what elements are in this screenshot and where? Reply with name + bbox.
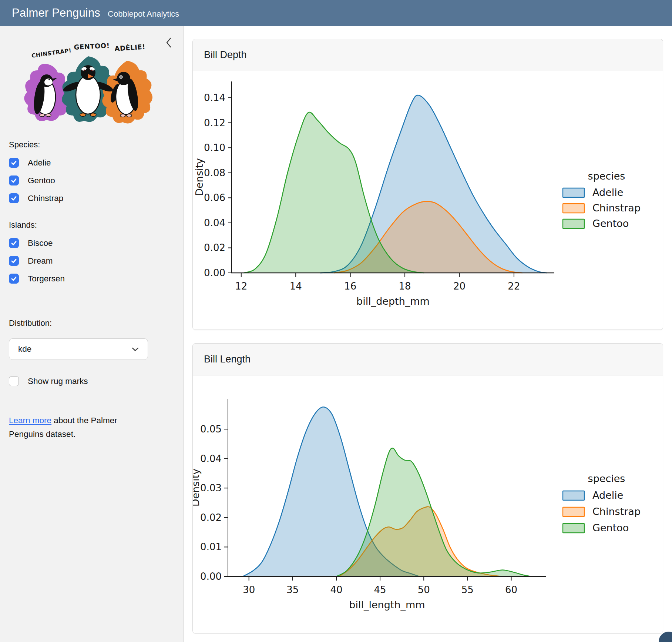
svg-text:30: 30	[243, 584, 255, 595]
svg-text:0.02: 0.02	[204, 242, 225, 253]
svg-text:species: species	[588, 170, 625, 182]
svg-text:Density: Density	[193, 469, 201, 507]
sidebar-collapse-button[interactable]	[164, 36, 174, 49]
svg-text:0.10: 0.10	[204, 142, 225, 153]
checkbox-icon	[9, 376, 19, 386]
island-checkbox-dream[interactable]: Dream	[9, 256, 183, 266]
svg-text:0.00: 0.00	[204, 267, 225, 278]
bill-length-card-header: Bill Length	[193, 344, 663, 375]
svg-text:45: 45	[374, 584, 386, 595]
svg-text:Gentoo: Gentoo	[592, 522, 629, 534]
adelie-label: ADÉLIE!	[114, 43, 146, 53]
checkbox-label: Show rug marks	[28, 377, 88, 386]
bill-depth-card-header: Bill Depth	[193, 39, 663, 71]
svg-text:12: 12	[235, 281, 247, 292]
bill-depth-plot: 1214161820220.000.020.040.060.080.100.12…	[193, 71, 663, 330]
bill-length-card: Bill Length 303540455055600.000.010.020.…	[192, 343, 663, 633]
svg-text:0.05: 0.05	[200, 424, 222, 435]
bill-depth-chart-svg: 1214161820220.000.020.040.060.080.100.12…	[193, 71, 663, 330]
svg-text:50: 50	[418, 584, 430, 595]
bill-length-card-title: Bill Length	[204, 354, 251, 365]
islands-group-label: Islands:	[9, 220, 183, 230]
svg-text:0.03: 0.03	[200, 482, 222, 494]
bill-depth-card: Bill Depth 1214161820220.000.020.040.060…	[192, 39, 663, 330]
app-title: Palmer Penguins	[12, 0, 100, 26]
gentoo-label: GENTOO!	[74, 41, 110, 51]
species-checkbox-gentoo[interactable]: Gentoo	[9, 175, 183, 185]
svg-text:55: 55	[461, 584, 474, 595]
svg-text:Chinstrap: Chinstrap	[592, 202, 641, 214]
svg-text:0.02: 0.02	[200, 512, 222, 523]
checkbox-icon	[9, 158, 19, 168]
distribution-selected-value: kde	[18, 344, 31, 354]
svg-text:35: 35	[286, 584, 299, 595]
app-subtitle: Cobblepot Analytics	[108, 9, 179, 19]
svg-text:Gentoo: Gentoo	[592, 218, 629, 229]
svg-text:Adelie: Adelie	[592, 187, 623, 198]
distribution-select[interactable]: kde	[9, 338, 148, 360]
svg-text:0.00: 0.00	[200, 571, 222, 582]
checkbox-icon	[9, 193, 19, 203]
show-rug-marks-checkbox[interactable]: Show rug marks	[9, 376, 183, 386]
chevron-left-icon	[165, 37, 172, 49]
checkbox-icon	[9, 238, 19, 248]
checkbox-label: Gentoo	[28, 176, 55, 185]
svg-text:20: 20	[453, 281, 466, 292]
app-navbar: Palmer Penguins Cobblepot Analytics	[0, 0, 672, 26]
svg-text:Adelie: Adelie	[592, 489, 623, 501]
svg-text:60: 60	[505, 584, 517, 595]
svg-text:0.04: 0.04	[200, 453, 222, 464]
svg-text:Density: Density	[194, 158, 205, 196]
svg-text:species: species	[588, 473, 625, 484]
svg-text:0.04: 0.04	[204, 217, 225, 228]
svg-text:0.12: 0.12	[204, 117, 225, 128]
checkbox-label: Biscoe	[28, 238, 53, 248]
bill-length-plot: 303540455055600.000.010.020.030.040.05bi…	[193, 375, 663, 633]
sidebar: CHINSTRAP! GENTOO! ADÉLIE! Species: Adel…	[0, 26, 184, 642]
bill-depth-card-title: Bill Depth	[204, 49, 247, 61]
learn-more-text: Learn more about the Palmer Penguins dat…	[9, 414, 138, 441]
chevron-down-icon	[132, 347, 139, 351]
checkbox-label: Dream	[28, 256, 53, 266]
species-group-label: Species:	[9, 140, 183, 150]
learn-more-link[interactable]: Learn more	[9, 416, 51, 425]
svg-text:0.01: 0.01	[200, 541, 222, 552]
svg-text:0.08: 0.08	[204, 167, 225, 178]
island-checkbox-torgersen[interactable]: Torgersen	[9, 274, 183, 284]
svg-text:40: 40	[330, 584, 342, 595]
penguins-artwork-image: CHINSTRAP! GENTOO! ADÉLIE!	[10, 31, 166, 127]
svg-text:0.14: 0.14	[204, 92, 225, 103]
checkbox-label: Chinstrap	[28, 194, 63, 203]
main-content: Bill Depth 1214161820220.000.020.040.060…	[184, 26, 672, 642]
checkbox-label: Adelie	[28, 158, 51, 168]
checkbox-icon	[9, 175, 19, 185]
svg-text:16: 16	[344, 281, 356, 292]
distribution-label: Distribution:	[9, 318, 183, 328]
svg-text:Chinstrap: Chinstrap	[592, 506, 641, 517]
species-checkbox-chinstrap[interactable]: Chinstrap	[9, 193, 183, 203]
species-checkbox-adelie[interactable]: Adelie	[9, 158, 183, 168]
checkbox-icon	[9, 256, 19, 266]
checkbox-label: Torgersen	[28, 274, 65, 284]
svg-text:bill_depth_mm: bill_depth_mm	[356, 295, 430, 307]
svg-text:18: 18	[399, 281, 411, 292]
svg-text:22: 22	[508, 281, 520, 292]
island-checkbox-biscoe[interactable]: Biscoe	[9, 238, 183, 248]
svg-text:bill_length_mm: bill_length_mm	[349, 599, 425, 611]
chinstrap-label: CHINSTRAP!	[31, 47, 72, 59]
bill-length-chart-svg: 303540455055600.000.010.020.030.040.05bi…	[193, 375, 663, 633]
checkbox-icon	[9, 274, 19, 284]
svg-text:14: 14	[290, 281, 302, 292]
svg-text:0.06: 0.06	[204, 192, 225, 203]
